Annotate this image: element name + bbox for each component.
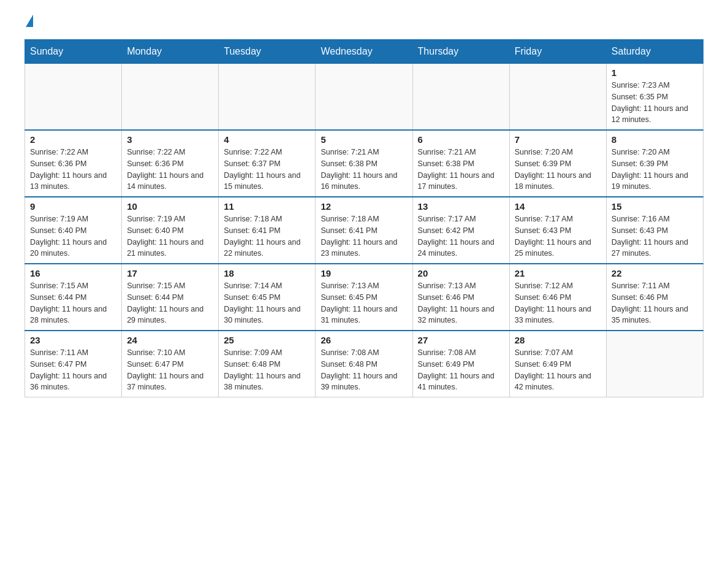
day-of-week-header: Wednesday: [316, 40, 412, 64]
calendar-day-cell: 20Sunrise: 7:13 AMSunset: 6:46 PMDayligh…: [412, 264, 509, 331]
day-info: Sunrise: 7:22 AMSunset: 6:36 PMDaylight:…: [127, 147, 213, 193]
calendar-day-cell: 5Sunrise: 7:21 AMSunset: 6:38 PMDaylight…: [316, 130, 412, 197]
day-info: Sunrise: 7:07 AMSunset: 6:49 PMDaylight:…: [515, 347, 601, 393]
day-number: 17: [127, 268, 213, 278]
day-info: Sunrise: 7:20 AMSunset: 6:39 PMDaylight:…: [515, 147, 601, 193]
calendar-day-cell: 16Sunrise: 7:15 AMSunset: 6:44 PMDayligh…: [25, 264, 122, 331]
day-number: 3: [127, 134, 213, 145]
day-of-week-header: Tuesday: [219, 40, 316, 64]
day-info: Sunrise: 7:11 AMSunset: 6:46 PMDaylight:…: [612, 280, 698, 326]
calendar-day-cell: 14Sunrise: 7:17 AMSunset: 6:43 PMDayligh…: [509, 197, 606, 264]
day-number: 13: [418, 201, 504, 212]
calendar-day-cell: [122, 64, 219, 131]
calendar-header-row: SundayMondayTuesdayWednesdayThursdayFrid…: [25, 40, 703, 64]
day-number: 9: [30, 201, 116, 212]
day-number: 27: [418, 335, 504, 345]
day-info: Sunrise: 7:22 AMSunset: 6:36 PMDaylight:…: [30, 147, 116, 193]
calendar-day-cell: [412, 64, 509, 131]
day-info: Sunrise: 7:17 AMSunset: 6:43 PMDaylight:…: [515, 213, 601, 259]
calendar-day-cell: 21Sunrise: 7:12 AMSunset: 6:46 PMDayligh…: [509, 264, 606, 331]
day-number: 28: [515, 335, 601, 345]
day-number: 19: [320, 268, 407, 278]
day-info: Sunrise: 7:21 AMSunset: 6:38 PMDaylight:…: [418, 147, 504, 193]
day-info: Sunrise: 7:16 AMSunset: 6:43 PMDaylight:…: [612, 213, 698, 259]
calendar-day-cell: 9Sunrise: 7:19 AMSunset: 6:40 PMDaylight…: [25, 197, 122, 264]
day-info: Sunrise: 7:13 AMSunset: 6:45 PMDaylight:…: [320, 280, 407, 326]
calendar-day-cell: 23Sunrise: 7:11 AMSunset: 6:47 PMDayligh…: [25, 331, 122, 397]
day-info: Sunrise: 7:12 AMSunset: 6:46 PMDaylight:…: [515, 280, 601, 326]
header: [25, 18, 703, 27]
day-of-week-header: Thursday: [412, 40, 509, 64]
calendar-day-cell: 7Sunrise: 7:20 AMSunset: 6:39 PMDaylight…: [509, 130, 606, 197]
calendar-week-row: 1Sunrise: 7:23 AMSunset: 6:35 PMDaylight…: [25, 64, 703, 131]
calendar-day-cell: 27Sunrise: 7:08 AMSunset: 6:49 PMDayligh…: [412, 331, 509, 397]
day-number: 18: [224, 268, 310, 278]
calendar-day-cell: 26Sunrise: 7:08 AMSunset: 6:48 PMDayligh…: [316, 331, 412, 397]
logo-triangle-icon: [26, 15, 33, 27]
calendar-day-cell: 8Sunrise: 7:20 AMSunset: 6:39 PMDaylight…: [606, 130, 703, 197]
day-number: 25: [224, 335, 310, 345]
day-of-week-header: Saturday: [606, 40, 703, 64]
day-info: Sunrise: 7:15 AMSunset: 6:44 PMDaylight:…: [127, 280, 213, 326]
day-info: Sunrise: 7:13 AMSunset: 6:46 PMDaylight:…: [418, 280, 504, 326]
day-info: Sunrise: 7:22 AMSunset: 6:37 PMDaylight:…: [224, 147, 310, 193]
day-info: Sunrise: 7:18 AMSunset: 6:41 PMDaylight:…: [224, 213, 310, 259]
calendar-day-cell: 4Sunrise: 7:22 AMSunset: 6:37 PMDaylight…: [219, 130, 316, 197]
day-number: 20: [418, 268, 504, 278]
day-info: Sunrise: 7:08 AMSunset: 6:49 PMDaylight:…: [418, 347, 504, 393]
calendar-day-cell: 10Sunrise: 7:19 AMSunset: 6:40 PMDayligh…: [122, 197, 219, 264]
day-of-week-header: Monday: [122, 40, 219, 64]
calendar-day-cell: 2Sunrise: 7:22 AMSunset: 6:36 PMDaylight…: [25, 130, 122, 197]
calendar-day-cell: 24Sunrise: 7:10 AMSunset: 6:47 PMDayligh…: [122, 331, 219, 397]
calendar-week-row: 16Sunrise: 7:15 AMSunset: 6:44 PMDayligh…: [25, 264, 703, 331]
day-number: 23: [30, 335, 116, 345]
calendar-day-cell: [219, 64, 316, 131]
day-info: Sunrise: 7:23 AMSunset: 6:35 PMDaylight:…: [612, 80, 698, 126]
logo: [25, 18, 33, 27]
day-number: 24: [127, 335, 213, 345]
day-number: 21: [515, 268, 601, 278]
day-number: 1: [612, 67, 698, 78]
day-info: Sunrise: 7:09 AMSunset: 6:48 PMDaylight:…: [224, 347, 310, 393]
calendar-day-cell: 17Sunrise: 7:15 AMSunset: 6:44 PMDayligh…: [122, 264, 219, 331]
day-info: Sunrise: 7:20 AMSunset: 6:39 PMDaylight:…: [612, 147, 698, 193]
day-info: Sunrise: 7:21 AMSunset: 6:38 PMDaylight:…: [320, 147, 407, 193]
calendar-day-cell: 12Sunrise: 7:18 AMSunset: 6:41 PMDayligh…: [316, 197, 412, 264]
day-of-week-header: Sunday: [25, 40, 122, 64]
day-info: Sunrise: 7:17 AMSunset: 6:42 PMDaylight:…: [418, 213, 504, 259]
calendar-day-cell: 22Sunrise: 7:11 AMSunset: 6:46 PMDayligh…: [606, 264, 703, 331]
day-info: Sunrise: 7:10 AMSunset: 6:47 PMDaylight:…: [127, 347, 213, 393]
calendar-day-cell: [606, 331, 703, 397]
day-number: 22: [612, 268, 698, 278]
day-info: Sunrise: 7:19 AMSunset: 6:40 PMDaylight:…: [30, 213, 116, 259]
calendar-day-cell: [316, 64, 412, 131]
day-of-week-header: Friday: [509, 40, 606, 64]
day-number: 4: [224, 134, 310, 145]
calendar-day-cell: 18Sunrise: 7:14 AMSunset: 6:45 PMDayligh…: [219, 264, 316, 331]
calendar-table: SundayMondayTuesdayWednesdayThursdayFrid…: [25, 39, 703, 397]
day-info: Sunrise: 7:15 AMSunset: 6:44 PMDaylight:…: [30, 280, 116, 326]
day-number: 11: [224, 201, 310, 212]
day-number: 2: [30, 134, 116, 145]
day-number: 8: [612, 134, 698, 145]
day-number: 14: [515, 201, 601, 212]
calendar-week-row: 23Sunrise: 7:11 AMSunset: 6:47 PMDayligh…: [25, 331, 703, 397]
day-number: 10: [127, 201, 213, 212]
calendar-day-cell: 3Sunrise: 7:22 AMSunset: 6:36 PMDaylight…: [122, 130, 219, 197]
calendar-day-cell: 1Sunrise: 7:23 AMSunset: 6:35 PMDaylight…: [606, 64, 703, 131]
day-info: Sunrise: 7:19 AMSunset: 6:40 PMDaylight:…: [127, 213, 213, 259]
day-number: 15: [612, 201, 698, 212]
day-number: 7: [515, 134, 601, 145]
calendar-day-cell: 6Sunrise: 7:21 AMSunset: 6:38 PMDaylight…: [412, 130, 509, 197]
day-info: Sunrise: 7:14 AMSunset: 6:45 PMDaylight:…: [224, 280, 310, 326]
calendar-day-cell: 28Sunrise: 7:07 AMSunset: 6:49 PMDayligh…: [509, 331, 606, 397]
day-info: Sunrise: 7:18 AMSunset: 6:41 PMDaylight:…: [320, 213, 407, 259]
day-info: Sunrise: 7:08 AMSunset: 6:48 PMDaylight:…: [320, 347, 407, 393]
day-number: 16: [30, 268, 116, 278]
calendar-day-cell: 15Sunrise: 7:16 AMSunset: 6:43 PMDayligh…: [606, 197, 703, 264]
calendar-week-row: 2Sunrise: 7:22 AMSunset: 6:36 PMDaylight…: [25, 130, 703, 197]
calendar-day-cell: 13Sunrise: 7:17 AMSunset: 6:42 PMDayligh…: [412, 197, 509, 264]
calendar-day-cell: 19Sunrise: 7:13 AMSunset: 6:45 PMDayligh…: [316, 264, 412, 331]
day-number: 5: [320, 134, 407, 145]
day-info: Sunrise: 7:11 AMSunset: 6:47 PMDaylight:…: [30, 347, 116, 393]
